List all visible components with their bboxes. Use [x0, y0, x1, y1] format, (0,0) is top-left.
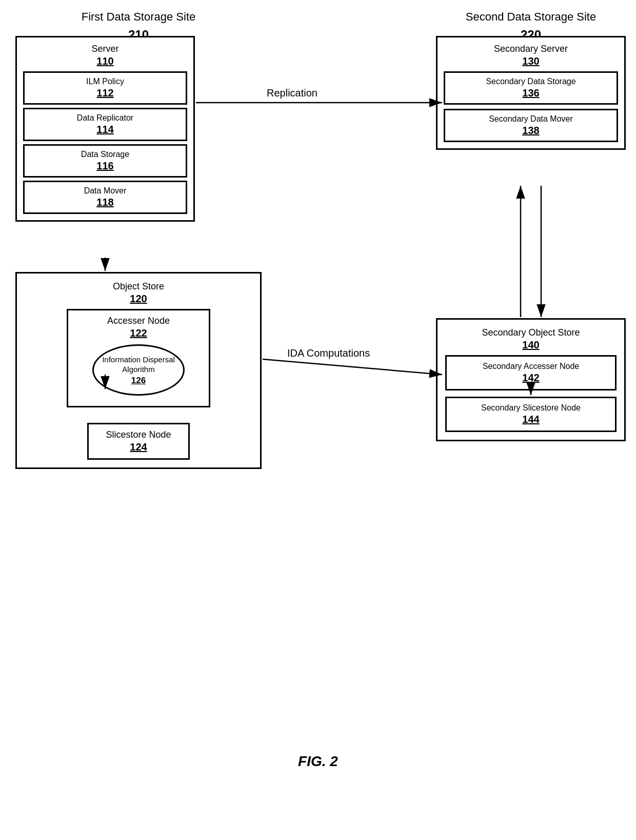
object-store-label: Object Store [25, 281, 252, 292]
sec-accesser-node-box: Secondary Accesser Node 142 [445, 355, 617, 390]
data-storage-box: Data Storage 116 [23, 144, 187, 178]
server-box: Server 110 ILM Policy 112 Data Replicato… [15, 36, 195, 222]
sec-server-label: Secondary Server [444, 44, 618, 54]
sec-data-storage-box: Secondary Data Storage 136 [444, 71, 618, 105]
sec-data-mover-label: Secondary Data Mover [450, 114, 611, 124]
sec-data-mover-box: Secondary Data Mover 138 [444, 109, 618, 142]
object-store-number: 120 [25, 293, 252, 305]
object-store-box: Object Store 120 Accesser Node 122 Infor… [15, 272, 262, 469]
sec-accesser-node-number: 142 [452, 372, 610, 384]
sec-slicestore-label: Secondary Slicestore Node [452, 403, 610, 413]
server-label: Server [23, 44, 187, 54]
ilm-policy-box: ILM Policy 112 [23, 71, 187, 105]
data-mover-label: Data Mover [30, 186, 181, 196]
ilm-policy-number: 112 [30, 87, 181, 99]
data-replicator-number: 114 [30, 124, 181, 135]
sec-object-store-label: Secondary Object Store [445, 327, 617, 338]
ida-arrow [263, 359, 442, 375]
sec-slicestore-number: 144 [452, 414, 610, 425]
accesser-node-box: Accesser Node 122 Information Dispersal … [67, 309, 210, 407]
accesser-node-number: 122 [73, 327, 204, 339]
right-site-name: Second Data Storage Site [436, 10, 626, 24]
server-number: 110 [23, 55, 187, 67]
ida-label: Information Dispersal Algorithm [94, 355, 183, 375]
ida-number: 126 [131, 376, 146, 386]
server-inner-boxes: ILM Policy 112 Data Replicator 114 Data … [23, 71, 187, 214]
data-replicator-label: Data Replicator [30, 113, 181, 123]
sec-data-storage-number: 136 [450, 87, 611, 99]
sec-data-storage-label: Secondary Data Storage [450, 77, 611, 86]
sec-server-number: 130 [444, 55, 618, 67]
left-site-name: First Data Storage Site [15, 10, 262, 24]
ilm-policy-label: ILM Policy [30, 77, 181, 86]
slicestore-wrapper: Slicestore Node 124 [25, 423, 252, 460]
slicestore-box: Slicestore Node 124 [87, 423, 190, 460]
slicestore-number: 124 [94, 441, 183, 453]
data-mover-number: 118 [30, 197, 181, 208]
sec-object-store-box: Secondary Object Store 140 Secondary Acc… [436, 318, 626, 441]
data-storage-number: 116 [30, 160, 181, 172]
diagram-container: First Data Storage Site 210 Server 110 I… [0, 0, 636, 795]
sec-server-box: Secondary Server 130 Secondary Data Stor… [436, 36, 626, 150]
ida-label: IDA Computations [287, 347, 370, 359]
fig-label: FIG. 2 [298, 753, 338, 770]
data-mover-box: Data Mover 118 [23, 181, 187, 214]
data-storage-label: Data Storage [30, 150, 181, 159]
accesser-node-label: Accesser Node [73, 316, 204, 326]
data-replicator-box: Data Replicator 114 [23, 108, 187, 141]
slicestore-label: Slicestore Node [94, 429, 183, 440]
sec-object-store-number: 140 [445, 339, 617, 351]
ida-ellipse: Information Dispersal Algorithm 126 [92, 344, 185, 396]
sec-data-mover-number: 138 [450, 125, 611, 136]
sec-accesser-node-label: Secondary Accesser Node [452, 362, 610, 371]
sec-slicestore-box: Secondary Slicestore Node 144 [445, 397, 617, 432]
replication-label: Replication [267, 87, 317, 99]
